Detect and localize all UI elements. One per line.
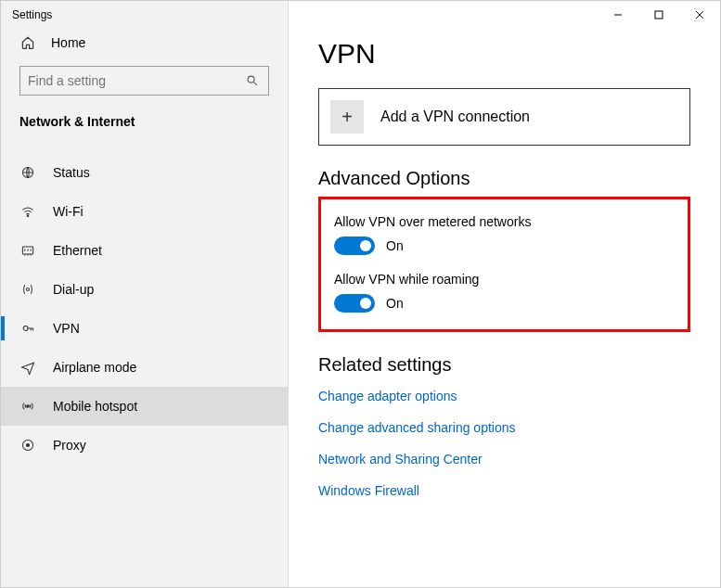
sidebar-item-dialup[interactable]: Dial-up — [1, 270, 288, 309]
vpn-icon — [19, 320, 36, 337]
sidebar-item-label: Airplane mode — [53, 360, 136, 375]
svg-point-6 — [27, 405, 29, 407]
sidebar-section-title: Network & Internet — [1, 109, 288, 140]
sidebar-item-wifi[interactable]: Wi-Fi — [1, 192, 288, 231]
sidebar-item-status[interactable]: Status — [1, 153, 288, 192]
opt-metered-label: Allow VPN over metered networks — [334, 214, 675, 229]
main-pane: VPN + Add a VPN connection Advanced Opti… — [289, 1, 720, 587]
sidebar-item-label: Proxy — [53, 438, 86, 453]
link-adapter-options[interactable]: Change adapter options — [318, 389, 690, 403]
nav-home-label: Home — [51, 35, 85, 50]
sidebar-item-ethernet[interactable]: Ethernet — [1, 231, 288, 270]
svg-point-0 — [248, 76, 254, 83]
related-settings-heading: Related settings — [318, 354, 690, 376]
sidebar-item-airplane[interactable]: Airplane mode — [1, 348, 288, 387]
home-icon — [19, 34, 36, 51]
sidebar: Settings Home Network & Internet Status … — [1, 1, 289, 587]
search-box[interactable] — [19, 66, 269, 96]
window-title: Settings — [1, 1, 288, 25]
maximize-button[interactable] — [638, 1, 679, 29]
search-icon — [244, 72, 261, 89]
opt-roaming-label: Allow VPN while roaming — [334, 272, 675, 287]
svg-point-5 — [23, 326, 28, 331]
sidebar-item-label: Mobile hotspot — [53, 399, 137, 414]
sidebar-item-label: Wi-Fi — [53, 204, 84, 219]
ethernet-icon — [19, 242, 36, 259]
link-windows-firewall[interactable]: Windows Firewall — [318, 483, 690, 498]
link-sharing-options[interactable]: Change advanced sharing options — [318, 420, 690, 435]
add-vpn-button[interactable]: + Add a VPN connection — [318, 88, 690, 146]
hotspot-icon — [19, 398, 36, 415]
sidebar-item-label: Dial-up — [53, 282, 94, 297]
wifi-icon — [19, 203, 36, 220]
svg-point-2 — [27, 215, 29, 217]
add-vpn-label: Add a VPN connection — [380, 109, 530, 125]
proxy-icon — [19, 437, 36, 454]
svg-rect-9 — [655, 11, 663, 19]
page-title: VPN — [318, 38, 690, 70]
svg-point-8 — [26, 443, 29, 446]
toggle-metered[interactable] — [334, 236, 375, 255]
airplane-icon — [19, 359, 36, 376]
sidebar-item-vpn[interactable]: VPN — [1, 309, 288, 348]
minimize-button[interactable] — [598, 1, 638, 29]
toggle-roaming-state: On — [386, 296, 404, 311]
search-input[interactable] — [28, 73, 244, 88]
window-controls — [598, 1, 720, 29]
advanced-options-heading: Advanced Options — [318, 168, 690, 189]
sidebar-item-label: Ethernet — [53, 243, 102, 258]
advanced-options-highlight: Allow VPN over metered networks On Allow… — [318, 197, 690, 332]
sidebar-item-label: VPN — [53, 321, 80, 336]
svg-point-4 — [26, 288, 29, 290]
close-button[interactable] — [679, 1, 720, 29]
link-network-center[interactable]: Network and Sharing Center — [318, 452, 690, 467]
sidebar-item-hotspot[interactable]: Mobile hotspot — [1, 387, 288, 426]
toggle-metered-state: On — [386, 238, 404, 253]
toggle-roaming[interactable] — [334, 294, 375, 313]
nav-home[interactable]: Home — [1, 25, 288, 60]
sidebar-item-label: Status — [53, 165, 90, 180]
globe-icon — [19, 164, 36, 181]
sidebar-item-proxy[interactable]: Proxy — [1, 426, 288, 465]
dialup-icon — [19, 281, 36, 298]
plus-icon: + — [330, 100, 364, 134]
